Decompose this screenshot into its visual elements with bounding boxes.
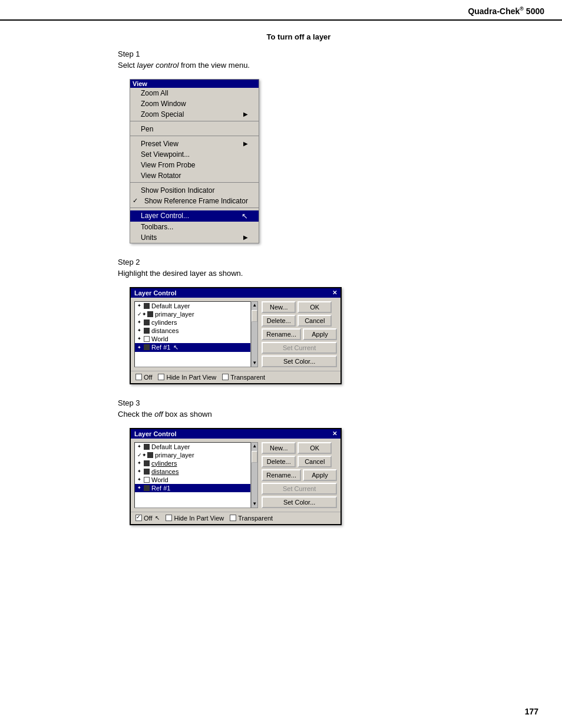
section-title: To turn off a layer [82,32,515,41]
off-checkbox-step3[interactable]: Off ↖ [135,515,160,522]
layer-list-step2[interactable]: ✦ Default Layer ✓✦ primary_layer ✦ cylin… [134,301,251,367]
off-checkbox-step2[interactable]: Off [135,374,152,381]
layer-item-world-s3[interactable]: ✦ World [135,476,250,484]
menu-item-zoom-window: Zoom Window [130,98,259,109]
apply-button-step2[interactable]: Apply [303,328,337,340]
menu-item-set-viewpoint: Set Viewpoint... [130,149,259,160]
header-title: Quadra-Chek® 5000 [468,6,544,16]
layer-item-distances-s3[interactable]: ✦ distances [135,467,250,476]
new-button-step2[interactable]: New... [262,301,296,313]
step3-label: Step 3 [118,398,515,407]
dialog-close-step3[interactable]: ✕ [332,430,337,437]
layer-color-cylinders-s3 [144,460,150,466]
off-cb-box-step3[interactable] [135,515,142,521]
apply-button-step3[interactable]: Apply [303,469,337,481]
set-current-button-step3[interactable]: Set Current [262,483,337,495]
layer-item-cylinders[interactable]: ✦ cylinders [135,318,250,327]
layer-item-ref1[interactable]: ✦ Ref #1 ↖ [135,343,250,352]
step1-label: Step 1 [118,50,515,58]
layer-list-container-step3: ✦ Default Layer ✓✦ primary_layer ✦ cylin… [134,442,258,508]
step3-desc: Check the off box as shown [118,410,515,419]
menu-item-view-from-probe: View From Probe [130,160,259,170]
layer-item-cylinders-s3[interactable]: ✦ cylinders [135,459,250,467]
layer-list-step3[interactable]: ✦ Default Layer ✓✦ primary_layer ✦ cylin… [134,442,251,508]
set-color-button-step3[interactable]: Set Color... [262,496,337,508]
menu-item-zoom-special: Zoom Special ▶ [130,109,259,120]
layer-list-container-step2: ✦ Default Layer ✓✦ primary_layer ✦ cylin… [134,301,258,367]
ok-button-step3[interactable]: OK [297,442,332,454]
layer-item-default[interactable]: ✦ Default Layer [135,302,250,310]
transparent-cb-box-step3[interactable] [230,515,236,521]
menu-item-pen: Pen [130,124,259,134]
page-header: Quadra-Chek® 5000 [0,0,562,21]
layer-control-dialog-step3: Layer Control ✕ ✦ Default Layer ✓✦ prima… [130,428,342,525]
set-color-button-step2[interactable]: Set Color... [262,355,337,367]
menu-item-show-reference: ✓ Show Reference Frame Indicator [130,196,259,206]
rename-button-step3[interactable]: Rename... [262,469,301,481]
layer-color-ref1 [144,344,150,350]
hide-checkbox-step2[interactable]: Hide In Part View [158,374,216,381]
layer-color-primary-s3 [147,452,153,458]
layer-color-ref1-s3 [144,485,150,491]
menu-item-layer-control[interactable]: Layer Control... ↖ [130,210,259,222]
menu-titlebar: View [130,80,259,88]
menu-item-toolbars: Toolbars... [130,222,259,232]
hide-checkbox-step3[interactable]: Hide In Part View [166,515,224,522]
page-content: To turn off a layer Step 1 Selct layer c… [0,21,562,551]
rename-button-step2[interactable]: Rename... [262,328,301,340]
delete-button-step3[interactable]: Delete... [262,456,296,467]
layer-color-world [144,336,150,342]
transparent-checkbox-step2[interactable]: Transparent [222,374,265,381]
menu-item-units: Units ▶ [130,232,259,243]
layer-color-cylinders [144,319,150,325]
layer-color-distances [144,328,150,334]
set-current-button-step2[interactable]: Set Current [262,342,337,354]
transparent-cb-box-step2[interactable] [222,374,229,380]
step1-desc: Selct layer control from the view menu. [118,61,515,70]
transparent-checkbox-step3[interactable]: Transparent [230,515,273,522]
layer-color-default [144,303,150,309]
view-menu-screenshot: View Zoom All Zoom Window Zoom Special ▶… [130,79,259,243]
dialog-titlebar-step2: Layer Control ✕ [131,288,340,298]
dialog-buttons-step3: New... OK Delete... Cancel Rename... App… [262,442,337,508]
menu-item-show-position: Show Position Indicator [130,185,259,196]
step2-desc: Highlight the desired layer as shown. [118,269,515,278]
layer-item-primary-s3[interactable]: ✓✦ primary_layer [135,451,250,459]
hide-cb-box-step3[interactable] [166,515,172,521]
layer-color-default-s3 [144,444,150,450]
layer-color-primary [147,311,153,317]
dialog-close-step2[interactable]: ✕ [332,289,337,296]
layer-item-world[interactable]: ✦ World [135,335,250,343]
layer-item-ref1-s3[interactable]: ✦ Ref #1 [135,484,250,492]
ok-button-step2[interactable]: OK [297,301,332,313]
layer-item-primary[interactable]: ✓✦ primary_layer [135,310,250,318]
dialog-footer-step3: Off ↖ Hide In Part View Transparent [131,512,340,524]
cancel-button-step2[interactable]: Cancel [297,315,332,327]
menu-item-zoom-all: Zoom All [130,88,259,98]
dialog-body-step3: ✦ Default Layer ✓✦ primary_layer ✦ cylin… [131,439,340,512]
layer-item-default-s3[interactable]: ✦ Default Layer [135,443,250,451]
dialog-footer-step2: Off Hide In Part View Transparent [131,371,340,383]
menu-item-preset-view: Preset View ▶ [130,139,259,149]
layer-color-distances-s3 [144,469,150,475]
hide-cb-box-step2[interactable] [158,374,164,380]
layer-item-distances[interactable]: ✦ distances [135,327,250,335]
dialog-buttons-step2: New... OK Delete... Cancel Rename... App… [262,301,337,367]
delete-button-step2[interactable]: Delete... [262,315,296,327]
scrollbar-step2[interactable]: ▲ ▼ [251,301,258,367]
dialog-titlebar-step3: Layer Control ✕ [131,429,340,439]
scrollbar-step3[interactable]: ▲ ▼ [251,442,258,508]
menu-item-view-rotator: View Rotator [130,170,259,181]
layer-color-world-s3 [144,477,150,483]
cancel-button-step3[interactable]: Cancel [297,456,332,467]
page-number: 177 [525,707,538,716]
step2-label: Step 2 [118,258,515,266]
off-cb-box-step2[interactable] [135,374,142,380]
layer-control-dialog-step2: Layer Control ✕ ✦ Default Layer ✓✦ prima… [130,287,342,384]
dialog-body-step2: ✦ Default Layer ✓✦ primary_layer ✦ cylin… [131,298,340,371]
new-button-step3[interactable]: New... [262,442,296,454]
